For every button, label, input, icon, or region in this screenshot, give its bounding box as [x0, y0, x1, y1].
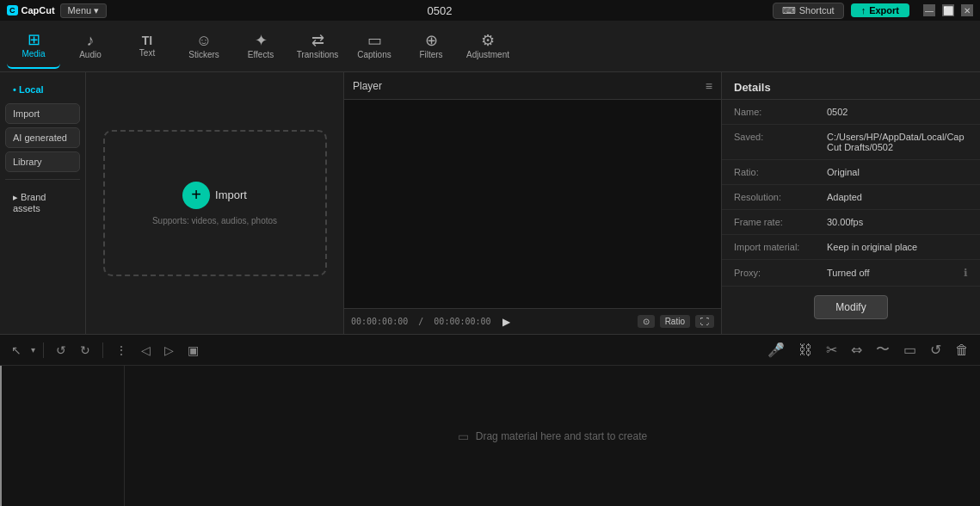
- ratio-button[interactable]: Ratio: [660, 315, 690, 328]
- zoom-button[interactable]: ⊙: [638, 315, 655, 328]
- export-label: Export: [869, 5, 899, 15]
- audio-wave-button[interactable]: 〜: [872, 339, 894, 361]
- time-display: 00:00:00:00 / 00:00:00:00: [351, 317, 491, 326]
- menu-label: Menu: [68, 5, 92, 15]
- trim-right-button[interactable]: ▷: [160, 342, 178, 359]
- import-material-label: Import material:: [734, 242, 820, 252]
- player-panel: Player ≡ 00:00:00:00 / 00:00:00:00 ▶ ⊙ R…: [344, 72, 722, 334]
- stickers-icon: ☺: [196, 33, 212, 48]
- framerate-label: Frame rate:: [734, 217, 820, 227]
- menu-button[interactable]: Menu ▾: [60, 3, 108, 18]
- project-name: 0502: [112, 4, 767, 17]
- adjustment-label: Adjustment: [466, 50, 509, 59]
- tl-separator-1: [43, 342, 44, 358]
- caption-tl-button[interactable]: ▭: [899, 340, 921, 360]
- link-button[interactable]: ⛓: [794, 341, 817, 360]
- player-right-controls: ⊙ Ratio ⛶: [638, 315, 714, 328]
- sidebar-item-brand-assets[interactable]: ▸ Brand assets: [5, 187, 80, 219]
- captions-label: Captions: [357, 50, 391, 59]
- effects-icon: ✦: [255, 33, 268, 48]
- redo-button[interactable]: ↻: [76, 342, 95, 359]
- app-logo: C CapCut: [7, 5, 55, 15]
- audio-icon: ♪: [87, 33, 95, 48]
- import-text: Import: [215, 188, 247, 201]
- menu-arrow-icon: ▾: [94, 5, 99, 16]
- tab-stickers[interactable]: ☺ Stickers: [177, 24, 231, 69]
- text-label: Text: [139, 48, 155, 58]
- modify-button[interactable]: Modify: [814, 295, 887, 319]
- filters-icon: ⊕: [425, 33, 438, 48]
- nav-toolbar: ⊞ Media ♪ Audio TI Text ☺ Stickers ✦ Eff…: [0, 21, 980, 72]
- details-title: Details: [722, 72, 980, 100]
- tab-media[interactable]: ⊞ Media: [7, 24, 60, 69]
- media-panel: + Import Supports: videos, audios, photo…: [86, 72, 344, 334]
- timeline-toolbar: ↖ ▾ ↺ ↻ ⋮ ◁ ▷ ▣ 🎤 ⛓ ✂ ⇔ 〜 ▭ ↺ 🗑: [0, 335, 980, 366]
- fullscreen-button[interactable]: ⛶: [695, 315, 714, 328]
- shortcut-label: Shortcut: [799, 5, 835, 15]
- proxy-value: Turned off: [827, 268, 957, 278]
- sidebar-item-local[interactable]: • Local: [5, 79, 80, 100]
- audio-label: Audio: [79, 50, 102, 59]
- text-icon: TI: [142, 34, 152, 46]
- framerate-value: 30.00fps: [827, 217, 968, 227]
- details-row-import-material: Import material: Keep in original place: [722, 235, 980, 260]
- sidebar-item-library[interactable]: Library: [5, 151, 80, 172]
- close-button[interactable]: ✕: [961, 4, 973, 16]
- cursor-button[interactable]: ↖: [7, 342, 26, 359]
- player-controls: 00:00:00:00 / 00:00:00:00 ▶ ⊙ Ratio ⛶: [344, 308, 721, 334]
- top-right-controls: ⌨ Shortcut ↑ Export — ⬜ ✕: [773, 3, 973, 19]
- resize-button[interactable]: ⇔: [847, 340, 866, 360]
- details-row-name: Name: 0502: [722, 100, 980, 125]
- import-material-value: Keep in original place: [827, 242, 968, 252]
- name-value: 0502: [827, 107, 968, 117]
- crop-button[interactable]: ▣: [183, 342, 203, 359]
- keyboard-icon: ⌨: [782, 5, 796, 16]
- name-label: Name:: [734, 107, 820, 117]
- tab-adjustment[interactable]: ⚙ Adjustment: [461, 24, 515, 69]
- tab-audio[interactable]: ♪ Audio: [64, 24, 117, 69]
- player-content: [344, 100, 721, 308]
- play-button[interactable]: ▶: [498, 313, 515, 330]
- transitions-icon: ⇄: [311, 33, 324, 48]
- delete-button[interactable]: 🗑: [951, 341, 973, 360]
- details-row-framerate: Frame rate: 30.00fps: [722, 210, 980, 235]
- sidebar-item-import[interactable]: Import: [5, 103, 80, 124]
- media-label: Media: [22, 49, 45, 59]
- ratio-value: Original: [827, 167, 968, 177]
- split-button[interactable]: ⋮: [111, 342, 132, 359]
- sidebar-item-ai-generated[interactable]: AI generated: [5, 127, 80, 148]
- minimize-button[interactable]: —: [923, 4, 935, 16]
- app-name: CapCut: [22, 5, 55, 15]
- import-label: + Import: [182, 182, 247, 209]
- timeline-section: ↖ ▾ ↺ ↻ ⋮ ◁ ▷ ▣ 🎤 ⛓ ✂ ⇔ 〜 ▭ ↺ 🗑 ▭ Drag m…: [0, 334, 980, 506]
- proxy-info-icon[interactable]: ℹ: [964, 267, 968, 279]
- trim-button[interactable]: ✂: [822, 340, 841, 360]
- resolution-label: Resolution:: [734, 192, 820, 202]
- timeline-left: [0, 366, 125, 506]
- import-plus-icon: +: [182, 182, 210, 209]
- undo-tl-button[interactable]: ↺: [926, 340, 946, 360]
- export-button[interactable]: ↑ Export: [851, 3, 909, 17]
- main-area: • Local Import AI generated Library ▸ Br…: [0, 72, 980, 334]
- import-area[interactable]: + Import Supports: videos, audios, photo…: [103, 130, 327, 276]
- mic-button[interactable]: 🎤: [763, 340, 789, 360]
- shortcut-button[interactable]: ⌨ Shortcut: [773, 3, 844, 19]
- tab-text[interactable]: TI Text: [120, 24, 174, 69]
- trim-left-button[interactable]: ◁: [137, 342, 155, 359]
- restore-button[interactable]: ⬜: [942, 4, 954, 16]
- saved-value: C:/Users/HP/AppData/Local/CapCut Drafts/…: [827, 132, 968, 152]
- timeline-content: ▭ Drag material here and start to create: [0, 366, 980, 506]
- details-row-proxy: Proxy: Turned off ℹ: [722, 260, 980, 287]
- tab-effects[interactable]: ✦ Effects: [234, 24, 287, 69]
- transitions-label: Transitions: [297, 50, 339, 59]
- details-row-ratio: Ratio: Original: [722, 160, 980, 185]
- timeline-main: ▭ Drag material here and start to create: [125, 366, 980, 506]
- tab-filters[interactable]: ⊕ Filters: [404, 24, 458, 69]
- undo-button[interactable]: ↺: [52, 342, 71, 359]
- tab-captions[interactable]: ▭ Captions: [348, 24, 401, 69]
- details-row-saved: Saved: C:/Users/HP/AppData/Local/CapCut …: [722, 125, 980, 160]
- details-row-resolution: Resolution: Adapted: [722, 185, 980, 210]
- tab-transitions[interactable]: ⇄ Transitions: [291, 24, 344, 69]
- player-menu-icon[interactable]: ≡: [706, 79, 712, 93]
- stickers-label: Stickers: [188, 50, 219, 59]
